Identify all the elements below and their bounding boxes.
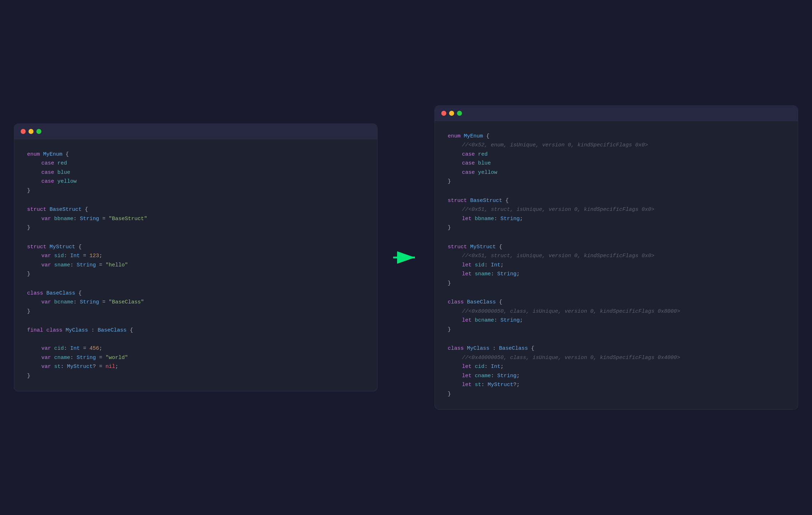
right-mystruct-close: } [448, 279, 785, 288]
right-mystruct-header: struct MyStruct { [448, 243, 785, 252]
right-mystruct-sid: let sid: Int; [448, 261, 785, 270]
left-myclass-block: final class MyClass : BaseClass { var ci… [27, 326, 364, 380]
right-enum-comment: //<0x52, enum, isUnique, version 0, kind… [448, 141, 785, 150]
right-enum-close: } [448, 177, 785, 186]
left-case-blue: case blue [27, 168, 364, 177]
right-baseclass-var: let bcname: String; [448, 316, 785, 325]
right-code-window: enum MyEnum { //<0x52, enum, isUnique, v… [435, 105, 798, 410]
arrow-container [392, 249, 420, 266]
right-basestruct-close: } [448, 223, 785, 233]
right-myclass-block: class MyClass : BaseClass { //<0x4000005… [448, 344, 785, 399]
right-case-blue: case blue [448, 159, 785, 168]
left-basestruct-block: struct BaseStruct { var bbname: String =… [27, 205, 364, 233]
left-mystruct-close: } [27, 270, 364, 279]
right-myclass-st: let st: MyStruct?; [448, 380, 785, 390]
left-mystruct-header: struct MyStruct { [27, 243, 364, 252]
right-myclass-header: class MyClass : BaseClass { [448, 344, 785, 353]
left-enum-block: enum MyEnum { case red case blue case ye… [27, 150, 364, 196]
right-enum-header: enum MyEnum { [448, 132, 785, 141]
left-mystruct-block: struct MyStruct { var sid: Int = 123; va… [27, 243, 364, 279]
right-myclass-cid: let cid: Int; [448, 362, 785, 371]
left-myclass-st: var st: MyStruct? = nil; [27, 362, 364, 371]
right-baseclass-block: class BaseClass { //<0x80000050, class, … [448, 298, 785, 334]
right-code-content: enum MyEnum { //<0x52, enum, isUnique, v… [435, 121, 798, 410]
left-code-window: enum MyEnum { case red case blue case ye… [14, 124, 377, 392]
right-enum-block: enum MyEnum { //<0x52, enum, isUnique, v… [448, 132, 785, 186]
right-myclass-cname: let cname: String; [448, 371, 785, 381]
left-baseclass-var: var bcname: String = "BaseClass" [27, 298, 364, 307]
right-baseclass-header: class BaseClass { [448, 298, 785, 307]
left-close-button[interactable] [21, 129, 26, 134]
left-basestruct-var: var bbname: String = "BaseStruct" [27, 214, 364, 224]
left-myclass-close: } [27, 371, 364, 381]
right-case-red: case red [448, 150, 785, 159]
right-titlebar [435, 106, 798, 121]
right-myclass-comment: //<0x40000050, class, isUnique, version … [448, 353, 785, 363]
left-minimize-button[interactable] [29, 129, 34, 134]
left-mystruct-sid: var sid: Int = 123; [27, 251, 364, 261]
left-case-red: case red [27, 159, 364, 168]
left-case-yellow: case yellow [27, 177, 364, 186]
left-mystruct-sname: var sname: String = "hello" [27, 261, 364, 270]
left-code-content: enum MyEnum { case red case blue case ye… [14, 139, 377, 391]
right-minimize-button[interactable] [449, 111, 454, 116]
left-enum-header: enum MyEnum { [27, 150, 364, 159]
right-mystruct-block: struct MyStruct { //<0x51, struct, isUni… [448, 243, 785, 288]
right-myclass-close: } [448, 390, 785, 399]
left-basestruct-close: } [27, 223, 364, 233]
right-basestruct-block: struct BaseStruct { //<0x51, struct, isU… [448, 196, 785, 233]
right-baseclass-close: } [448, 325, 785, 334]
main-container: enum MyEnum { case red case blue case ye… [14, 105, 798, 410]
right-close-button[interactable] [441, 111, 446, 116]
right-maximize-button[interactable] [457, 111, 462, 116]
left-myclass-cname: var cname: String = "world" [27, 353, 364, 363]
left-myclass-spacer [27, 335, 364, 344]
right-case-yellow: case yellow [448, 168, 785, 177]
left-titlebar [14, 124, 377, 139]
right-mystruct-comment: //<0x51, struct, isUnique, version 0, ki… [448, 251, 785, 261]
left-maximize-button[interactable] [36, 129, 41, 134]
left-baseclass-close: } [27, 307, 364, 316]
left-baseclass-header: class BaseClass { [27, 289, 364, 298]
left-enum-close: } [27, 186, 364, 196]
right-baseclass-comment: //<0x80000050, class, isUnique, version … [448, 307, 785, 316]
right-arrow-icon [392, 249, 420, 266]
left-myclass-cid: var cid: Int = 456; [27, 344, 364, 353]
left-myclass-header: final class MyClass : BaseClass { [27, 326, 364, 335]
right-basestruct-header: struct BaseStruct { [448, 196, 785, 206]
right-basestruct-comment: //<0x51, struct, isUnique, version 0, ki… [448, 205, 785, 214]
right-basestruct-var: let bbname: String; [448, 214, 785, 224]
left-baseclass-block: class BaseClass { var bcname: String = "… [27, 289, 364, 316]
right-mystruct-sname: let sname: String; [448, 270, 785, 279]
left-basestruct-header: struct BaseStruct { [27, 205, 364, 214]
